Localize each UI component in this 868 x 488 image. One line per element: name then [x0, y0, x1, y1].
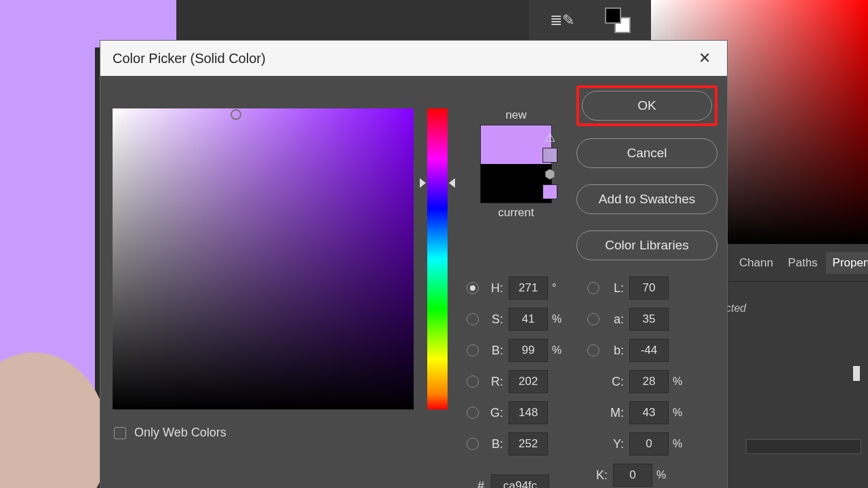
swatch-current[interactable] — [481, 164, 551, 203]
input-a[interactable] — [629, 308, 669, 331]
panel-scroll-indicator — [853, 366, 860, 381]
ok-highlight: OK — [576, 85, 717, 126]
swatch-box — [480, 125, 552, 203]
tab-properties[interactable]: Properti — [826, 252, 868, 274]
tab-channels[interactable]: Chann — [732, 252, 780, 274]
label-Bv: B: — [484, 344, 503, 358]
label-a: a: — [605, 312, 624, 327]
hue-arrow-left-icon — [420, 178, 426, 188]
input-Y[interactable] — [629, 432, 669, 455]
label-R: R: — [484, 375, 503, 389]
unit-K: % — [656, 469, 671, 481]
new-label: new — [465, 108, 567, 122]
input-L[interactable] — [629, 277, 669, 300]
tab-paths[interactable]: Paths — [781, 252, 824, 274]
current-label: current — [465, 206, 567, 220]
unit-Bv: % — [552, 344, 567, 357]
hue-arrow-right-icon — [449, 178, 455, 188]
cancel-button[interactable]: Cancel — [576, 138, 717, 168]
add-to-swatches-button[interactable]: Add to Swatches — [576, 184, 717, 214]
brush-icon[interactable]: ≣✎ — [550, 12, 574, 29]
fg-color-swatch[interactable] — [605, 7, 621, 24]
hex-row: # — [477, 474, 549, 488]
panel-tabs: Chann Paths Properti — [719, 244, 868, 282]
only-web-checkbox[interactable] — [114, 427, 126, 439]
label-K: K: — [589, 468, 608, 483]
swatch-new[interactable] — [481, 125, 551, 164]
ok-button[interactable]: OK — [582, 91, 712, 121]
close-icon[interactable]: ✕ — [694, 48, 715, 68]
input-M[interactable] — [629, 401, 669, 424]
websafe-warning-icon[interactable]: ⬢ — [542, 167, 557, 180]
input-H[interactable] — [509, 277, 548, 300]
label-S: S: — [484, 312, 503, 327]
only-web-colors[interactable]: Only Web Colors — [114, 426, 226, 440]
panel-slider[interactable] — [746, 439, 861, 454]
dialog-titlebar[interactable]: Color Picker (Solid Color) ✕ — [100, 41, 727, 76]
radio-L[interactable] — [587, 282, 599, 294]
tool-panel: ≣✎ — [529, 0, 651, 41]
color-values: H:°L:S:%a:B:%b:R:C:%G:M:%B:Y:%K:% — [467, 272, 716, 488]
input-G[interactable] — [509, 401, 548, 424]
radio-G[interactable] — [467, 407, 479, 419]
input-R[interactable] — [509, 370, 548, 393]
label-H: H: — [484, 281, 503, 296]
saturation-brightness-field[interactable] — [113, 108, 414, 409]
color-picker-dialog: Color Picker (Solid Color) ✕ new current… — [100, 41, 727, 488]
input-Bc[interactable] — [509, 432, 548, 455]
fg-bg-swatch[interactable] — [605, 7, 631, 33]
radio-H[interactable] — [467, 282, 479, 294]
label-C: C: — [605, 375, 624, 389]
hex-input[interactable] — [491, 474, 549, 488]
label-Bc: B: — [484, 437, 503, 451]
panel-status-text: cted — [719, 282, 868, 321]
unit-Y: % — [673, 438, 688, 450]
input-S[interactable] — [509, 308, 548, 331]
unit-M: % — [673, 407, 688, 419]
only-web-label: Only Web Colors — [134, 426, 226, 440]
label-Y: Y: — [605, 437, 624, 451]
gamut-swatch[interactable] — [542, 148, 557, 163]
right-panel: Chann Paths Properti cted — [719, 244, 868, 488]
radio-a[interactable] — [587, 313, 599, 325]
label-L: L: — [605, 281, 624, 296]
color-libraries-button[interactable]: Color Libraries — [576, 230, 717, 260]
websafe-swatch[interactable] — [542, 184, 557, 199]
radio-Bc[interactable] — [467, 438, 479, 450]
input-b[interactable] — [629, 339, 669, 362]
warning-column: ⚠ ⬢ — [542, 130, 557, 199]
input-Bv[interactable] — [509, 339, 548, 362]
dialog-title: Color Picker (Solid Color) — [113, 51, 266, 66]
hex-prefix: # — [477, 479, 484, 489]
label-b: b: — [605, 344, 624, 358]
input-K[interactable] — [613, 464, 652, 487]
radio-Bv[interactable] — [467, 344, 479, 357]
unit-H: ° — [552, 282, 567, 294]
sb-cursor — [231, 109, 241, 120]
hue-slider[interactable] — [427, 108, 448, 409]
label-M: M: — [605, 406, 624, 420]
radio-S[interactable] — [467, 313, 479, 325]
gamut-warning-icon[interactable]: ⚠ — [542, 130, 557, 144]
dialog-buttons: OK Cancel Add to Swatches Color Librarie… — [576, 85, 717, 260]
unit-C: % — [673, 375, 688, 388]
radio-b[interactable] — [587, 344, 599, 357]
label-G: G: — [484, 406, 503, 420]
radio-R[interactable] — [467, 375, 479, 388]
unit-S: % — [552, 313, 567, 325]
input-C[interactable] — [629, 370, 669, 393]
